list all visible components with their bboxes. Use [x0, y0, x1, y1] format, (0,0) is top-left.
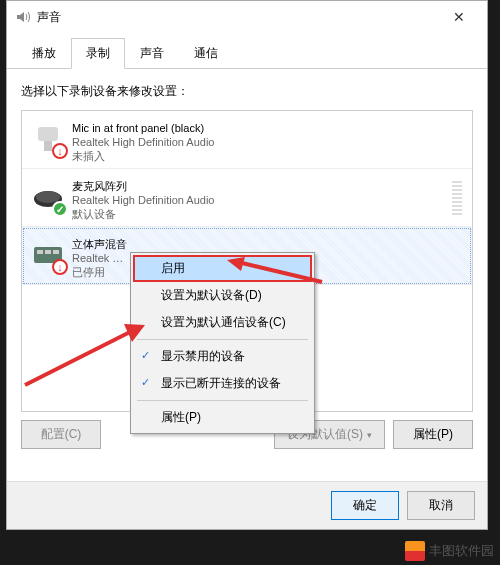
mic-jack-icon: ↓	[30, 121, 66, 157]
device-sub: Realtek High Definition Audio	[72, 193, 214, 207]
watermark-logo-icon	[405, 541, 425, 561]
device-name: Mic in at front panel (black)	[72, 121, 214, 135]
tab-communications[interactable]: 通信	[179, 38, 233, 69]
tab-recording[interactable]: 录制	[71, 38, 125, 69]
ctx-properties[interactable]: 属性(P)	[133, 404, 312, 431]
context-menu: 启用 设置为默认设备(D) 设置为默认通信设备(C) ✓ 显示禁用的设备 ✓ 显…	[130, 252, 315, 434]
window-title: 声音	[37, 9, 439, 26]
separator	[137, 339, 308, 340]
svg-rect-6	[45, 250, 51, 254]
device-name: 麦克风阵列	[72, 179, 214, 193]
separator	[137, 400, 308, 401]
device-name: 立体声混音	[72, 237, 127, 251]
tab-sounds[interactable]: 声音	[125, 38, 179, 69]
down-arrow-badge-icon: ↓	[52, 143, 68, 159]
device-text: 立体声混音 Realtek … 已停用	[72, 237, 127, 274]
svg-rect-0	[38, 127, 58, 141]
svg-rect-7	[53, 250, 59, 254]
check-icon: ✓	[141, 349, 150, 362]
ok-button[interactable]: 确定	[331, 491, 399, 520]
ctx-show-disabled-label: 显示禁用的设备	[161, 349, 245, 363]
titlebar: 声音 ✕	[7, 1, 487, 33]
device-item[interactable]: ↓ Mic in at front panel (black) Realtek …	[22, 111, 472, 169]
device-item[interactable]: ✓ 麦克风阵列 Realtek High Definition Audio 默认…	[22, 169, 472, 227]
device-status: 默认设备	[72, 207, 214, 221]
check-icon: ✓	[141, 376, 150, 389]
ctx-enable[interactable]: 启用	[133, 255, 312, 282]
device-text: 麦克风阵列 Realtek High Definition Audio 默认设备	[72, 179, 214, 216]
device-status: 已停用	[72, 265, 127, 279]
ctx-set-default[interactable]: 设置为默认设备(D)	[133, 282, 312, 309]
tab-strip: 播放 录制 声音 通信	[7, 33, 487, 69]
instruction-text: 选择以下录制设备来修改设置：	[21, 83, 473, 100]
close-button[interactable]: ✕	[439, 3, 479, 31]
tab-playback[interactable]: 播放	[17, 38, 71, 69]
chevron-down-icon: ▾	[367, 430, 372, 440]
watermark: 丰图软件园	[405, 541, 494, 561]
ctx-show-disconnected[interactable]: ✓ 显示已断开连接的设备	[133, 370, 312, 397]
cancel-button[interactable]: 取消	[407, 491, 475, 520]
device-sub: Realtek …	[72, 251, 127, 265]
device-sub: Realtek High Definition Audio	[72, 135, 214, 149]
level-meter-icon	[452, 179, 462, 215]
configure-button[interactable]: 配置(C)	[21, 420, 101, 449]
device-text: Mic in at front panel (black) Realtek Hi…	[72, 121, 214, 158]
ctx-show-disconnected-label: 显示已断开连接的设备	[161, 376, 281, 390]
dialog-button-bar: 确定 取消	[7, 481, 487, 529]
watermark-text: 丰图软件园	[429, 542, 494, 560]
ctx-set-default-comm[interactable]: 设置为默认通信设备(C)	[133, 309, 312, 336]
properties-button[interactable]: 属性(P)	[393, 420, 473, 449]
device-status: 未插入	[72, 149, 214, 163]
stereo-mix-icon: ↓	[30, 237, 66, 273]
speaker-icon	[15, 9, 31, 25]
ctx-show-disabled[interactable]: ✓ 显示禁用的设备	[133, 343, 312, 370]
check-badge-icon: ✓	[52, 201, 68, 217]
down-arrow-badge-icon: ↓	[52, 259, 68, 275]
svg-rect-5	[37, 250, 43, 254]
mic-array-icon: ✓	[30, 179, 66, 215]
svg-rect-1	[44, 141, 52, 151]
